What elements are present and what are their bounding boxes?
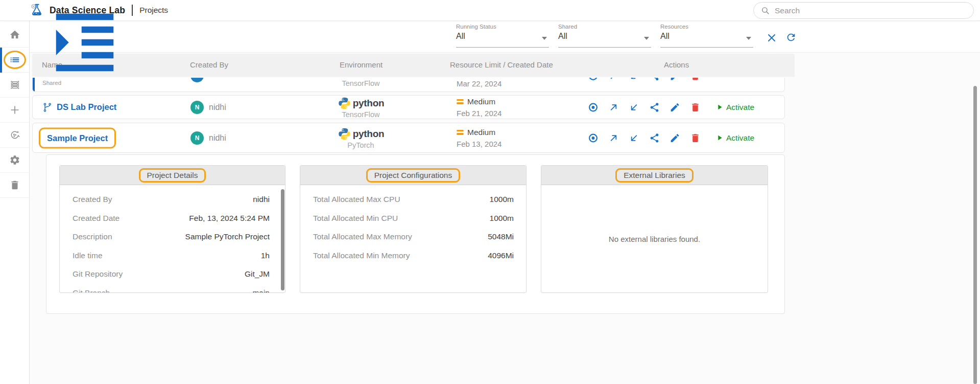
iteration-cycle-icon — [9, 129, 20, 141]
filter-shared[interactable]: Shared All — [558, 24, 651, 48]
activate-label: Activate — [726, 103, 754, 112]
detail-row: Created DateFeb, 13, 2024 5:24 PM — [60, 209, 285, 228]
sidebar-toggle-icon[interactable] — [8, 4, 21, 17]
project-details-expansion: Project Details Created Bynidhi Created … — [46, 154, 785, 314]
arrow-up-right-icon[interactable] — [608, 78, 619, 81]
filter-value: All — [558, 32, 651, 41]
environment-name: python — [353, 128, 385, 140]
environment-name: python — [353, 98, 385, 109]
filter-resources[interactable]: Resources All — [660, 24, 753, 48]
panel-body: Total Allocated Max CPU1000m Total Alloc… — [300, 185, 526, 293]
panel-scrollbar[interactable] — [281, 189, 284, 290]
edit-icon[interactable] — [670, 78, 680, 81]
annotation-box: Sample Project — [39, 127, 116, 148]
created-date: Feb 21, 2024 — [457, 109, 501, 118]
medium-priority-icon — [457, 130, 464, 135]
pipeline-icon — [9, 79, 20, 91]
search-box[interactable] — [753, 2, 974, 19]
environment-cell: python TensorFlow — [288, 96, 434, 118]
delete-icon[interactable] — [690, 102, 701, 112]
table-row-ds-lab-project[interactable]: DS Lab Project N nidhi python TensorFlow… — [32, 95, 785, 119]
view-icon[interactable] — [588, 102, 599, 112]
activate-button[interactable]: Activate — [715, 103, 754, 112]
filter-label: Running Status — [456, 24, 549, 30]
arrow-up-right-icon[interactable] — [608, 132, 619, 143]
arrow-down-left-icon[interactable] — [629, 102, 639, 112]
column-header-actions: Actions — [664, 60, 689, 69]
chevron-down-icon — [746, 37, 751, 40]
git-branch-icon — [42, 102, 53, 112]
activate-label: Activate — [726, 133, 754, 143]
detail-row: Git Branchmain — [60, 284, 285, 293]
filter-bar: Running Status All Shared All Resources … — [30, 21, 980, 53]
table-row-sample-project[interactable]: Sample Project N nidhi python PyTorch Me… — [32, 123, 785, 153]
avatar: N — [190, 101, 204, 114]
detail-row: DescriptionSample PyTorch Project — [60, 228, 285, 246]
delete-icon[interactable] — [690, 132, 701, 143]
project-name-link[interactable]: Sample Project — [47, 133, 108, 142]
share-icon[interactable] — [649, 78, 660, 81]
vertical-scrollbar[interactable] — [973, 86, 977, 384]
edit-icon[interactable] — [670, 102, 680, 112]
activate-button[interactable]: Activate — [715, 133, 754, 143]
play-icon — [715, 103, 724, 111]
search-icon — [761, 6, 770, 15]
resource-limit: Medium — [467, 97, 495, 106]
created-by: nidhi — [209, 103, 226, 112]
view-icon[interactable] — [588, 78, 599, 81]
view-icon[interactable] — [588, 132, 599, 143]
panel-title-annotated: Project Configurations — [366, 168, 461, 183]
filter-value: All — [456, 32, 549, 41]
filter-value: All — [660, 32, 753, 41]
sidebar-item-add[interactable] — [0, 98, 29, 123]
sidebar-item-trash[interactable] — [0, 173, 29, 198]
config-row: Total Allocated Max Memory5048Mi — [300, 228, 526, 246]
project-details-panel: Project Details Created Bynidhi Created … — [59, 165, 285, 293]
panel-title-annotated: Project Details — [139, 168, 206, 183]
avatar: N — [190, 131, 204, 145]
edit-icon[interactable] — [670, 132, 680, 143]
sidebar-item-settings[interactable] — [0, 148, 29, 173]
config-row: Total Allocated Min Memory4096Mi — [300, 246, 526, 265]
play-icon — [715, 134, 724, 142]
chevron-down-icon — [644, 37, 649, 40]
created-date: Mar 22, 2024 — [457, 79, 501, 88]
project-name-link[interactable]: DS Lab Project — [57, 102, 116, 112]
detail-row: Git RepositoryGit_JM — [60, 265, 285, 284]
environment-framework: TensorFlow — [288, 79, 434, 87]
avatar — [190, 78, 204, 82]
arrow-down-left-icon[interactable] — [629, 132, 639, 143]
filter-label: Resources — [660, 24, 753, 30]
config-row: Total Allocated Max CPU1000m — [300, 190, 526, 209]
panel-header: Project Configurations — [300, 166, 526, 185]
panel-header: Project Details — [60, 166, 285, 185]
detail-row: Idle time1h — [60, 246, 285, 265]
top-bar: Data Science Lab Projects — [0, 0, 980, 21]
arrow-up-right-icon[interactable] — [608, 102, 619, 112]
medium-priority-icon — [457, 99, 464, 104]
column-header-resource-limit: Resource Limit / Created Date — [450, 60, 553, 69]
clear-filters-icon[interactable] — [766, 32, 777, 43]
app-title: Data Science Lab — [50, 5, 125, 16]
delete-icon[interactable] — [690, 78, 701, 81]
sidebar-item-iterations[interactable] — [0, 123, 29, 148]
row-actions — [588, 78, 701, 81]
empty-state-message: No external libraries found. — [541, 185, 768, 293]
filter-running-status[interactable]: Running Status All — [456, 24, 549, 48]
config-row: Total Allocated Min CPU1000m — [300, 209, 526, 228]
refresh-icon[interactable] — [785, 32, 797, 43]
project-configurations-panel: Project Configurations Total Allocated M… — [300, 165, 527, 293]
arrow-down-left-icon[interactable] — [629, 78, 639, 81]
project-name-cell: DS Lab Project — [42, 102, 116, 112]
shared-badge: Shared — [42, 80, 61, 86]
panel-header: External Libraries — [541, 166, 768, 185]
share-icon[interactable] — [649, 132, 660, 143]
detail-row: Created Bynidhi — [60, 190, 285, 209]
search-input[interactable] — [775, 6, 966, 15]
panel-body: Created Bynidhi Created DateFeb, 13, 202… — [60, 185, 285, 293]
breadcrumb-page-title: Projects — [139, 6, 168, 15]
trash-icon — [9, 179, 20, 191]
filter-label: Shared — [558, 24, 651, 30]
share-icon[interactable] — [649, 102, 660, 112]
column-header-environment: Environment — [340, 60, 383, 69]
